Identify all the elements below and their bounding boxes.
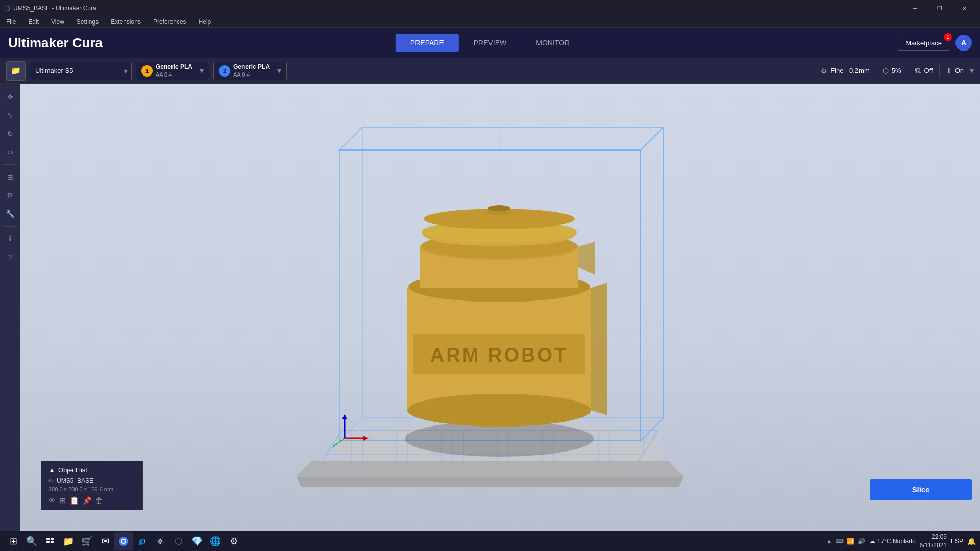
weather-display: ☁ 17°C Nublado <box>869 538 916 545</box>
store-button[interactable]: 🛒 <box>78 532 96 550</box>
cloud-icon: ☁ <box>869 538 875 545</box>
ruby-button[interactable]: 💎 <box>188 532 206 550</box>
obj-delete-button[interactable]: 🗑 <box>95 496 103 505</box>
tab-preview[interactable]: PREVIEW <box>459 34 522 52</box>
menu-edit[interactable]: Edit <box>26 17 41 27</box>
teams-button[interactable]: ⬡ <box>169 532 188 550</box>
edit-icon: ✏ <box>48 477 54 484</box>
printer-select[interactable]: Ultimaker S5 <box>30 62 132 80</box>
adhesion-setting[interactable]: ⬇ On <box>946 67 964 75</box>
per-model-settings-button[interactable]: 🔧 <box>2 206 18 222</box>
svg-point-44 <box>159 542 161 544</box>
tab-prepare[interactable]: PREPARE <box>396 34 459 52</box>
settings-chevron-icon[interactable]: ▾ <box>970 66 974 76</box>
menu-settings[interactable]: Settings <box>75 17 101 27</box>
start-button[interactable]: ⊞ <box>4 532 22 550</box>
restore-button[interactable]: ❐ <box>928 0 951 16</box>
svg-marker-24 <box>578 242 595 275</box>
edge-icon <box>137 537 146 546</box>
user-avatar[interactable]: A <box>955 35 972 51</box>
minimize-button[interactable]: ─ <box>903 0 927 16</box>
volume-icon: 🔊 <box>857 538 865 545</box>
header-right: Marketplace 1 A <box>898 35 972 51</box>
left-toolbar: ✥ ⤡ ↻ ⇔ ⊞ ⚙ 🔧 ℹ ? <box>0 84 20 531</box>
browser2-button[interactable]: 🌐 <box>206 532 225 550</box>
svg-line-33 <box>333 438 345 447</box>
menu-extensions[interactable]: Extensions <box>109 17 143 27</box>
svg-marker-34 <box>342 414 347 419</box>
search-button[interactable]: 🔍 <box>22 532 41 550</box>
task-view-button[interactable] <box>41 532 59 550</box>
mirror-tool-button[interactable]: ⇔ <box>2 144 18 160</box>
svg-marker-17 <box>591 283 607 415</box>
svg-point-30 <box>488 205 510 211</box>
object-list-panel: ▲ Object list ✏ UMS5_BASE 200.0 x 200.0 … <box>41 461 143 510</box>
object-actions: 👁 ⊞ 📋 📌 🗑 <box>48 496 135 505</box>
logo-light: Ultimaker <box>8 35 69 51</box>
chrome-icon <box>118 536 129 546</box>
support-icon: 🏗 <box>914 67 921 75</box>
slice-button[interactable]: Slice <box>870 479 972 500</box>
close-button[interactable]: ✕ <box>952 0 976 16</box>
tab-monitor[interactable]: MONITOR <box>521 34 584 52</box>
support-label: Off <box>924 67 933 74</box>
svg-point-18 <box>407 394 591 427</box>
info-button[interactable]: ℹ <box>2 231 18 247</box>
menu-view[interactable]: View <box>49 17 66 27</box>
obj-visibility-button[interactable]: 👁 <box>48 496 56 505</box>
app-icon: ⬡ <box>4 4 10 12</box>
obj-copy-button[interactable]: 📋 <box>70 496 79 505</box>
svg-marker-6 <box>641 127 664 441</box>
svg-rect-39 <box>51 541 54 543</box>
logo-bold: Cura <box>72 35 103 51</box>
divider-3 <box>939 64 940 78</box>
marketplace-button[interactable]: Marketplace 1 <box>898 36 949 51</box>
titlebar: ⬡ UMS5_BASE - Ultimaker Cura ─ ❐ ✕ <box>0 0 980 16</box>
collapse-icon[interactable]: ▲ <box>48 466 55 474</box>
material-slot-2[interactable]: 2 Generic PLA AA 0.4 ▾ <box>213 62 287 80</box>
move-tool-button[interactable]: ✥ <box>2 89 18 105</box>
settings-tool-button[interactable]: ⚙ <box>2 187 18 204</box>
svg-point-42 <box>122 540 125 543</box>
edge-button[interactable] <box>133 532 151 550</box>
quality-setting[interactable]: ⚙ Fine - 0.2mm <box>821 67 870 75</box>
obj-clone-button[interactable]: ⊞ <box>60 496 66 505</box>
svg-point-28 <box>424 209 575 229</box>
main-area: ✥ ⤡ ↻ ⇔ ⊞ ⚙ 🔧 ℹ ? <box>0 84 980 531</box>
settings-button[interactable]: ⚙ <box>225 532 243 550</box>
rotate-tool-button[interactable]: ↻ <box>2 126 18 142</box>
menu-preferences[interactable]: Preferences <box>151 17 188 27</box>
obj-paste-button[interactable]: 📌 <box>83 496 91 505</box>
material-2-chevron-icon: ▾ <box>277 66 281 76</box>
taskbar: ⊞ 🔍 📁 🛒 ✉ ⬡ 💎 🌐 ⚙ <box>0 531 980 551</box>
material-slot-1[interactable]: 1 Generic PLA AA 0.4 ▾ <box>136 62 209 80</box>
3d-viewport[interactable]: ARM ROBOT <box>20 84 980 531</box>
infill-setting[interactable]: ⬡ 5% <box>883 67 901 75</box>
support-tool-button[interactable]: ⊞ <box>2 169 18 185</box>
task-view-icon <box>46 537 54 545</box>
language-indicator[interactable]: ESP <box>951 538 963 545</box>
svg-text:ARM ROBOT: ARM ROBOT <box>430 344 568 366</box>
marketplace-badge: 1 <box>944 33 952 41</box>
chrome-button[interactable] <box>114 532 133 550</box>
open-folder-button[interactable]: 📁 <box>6 61 26 81</box>
scale-tool-button[interactable]: ⤡ <box>2 107 18 123</box>
file-explorer-button[interactable]: 📁 <box>59 532 78 550</box>
svg-marker-1 <box>322 431 658 461</box>
notifications-icon[interactable]: 🔔 <box>967 537 976 545</box>
support-setting[interactable]: 🏗 Off <box>914 67 933 75</box>
menu-help[interactable]: Help <box>197 17 213 27</box>
slot-1-circle: 1 <box>141 65 153 77</box>
mail-button[interactable]: ✉ <box>96 532 114 550</box>
help-button[interactable]: ? <box>2 249 18 265</box>
toolbar: 📁 Ultimaker S5 ▾ 1 Generic PLA AA 0.4 ▾ … <box>0 58 980 84</box>
steam-button[interactable] <box>151 532 169 550</box>
menu-file[interactable]: File <box>4 17 18 27</box>
svg-point-15 <box>407 394 591 427</box>
svg-line-11 <box>641 418 664 441</box>
svg-rect-19 <box>413 334 585 374</box>
header: Ultimaker Cura PREPARE PREVIEW MONITOR M… <box>0 28 980 58</box>
svg-point-21 <box>408 271 590 302</box>
material-2-info: Generic PLA AA 0.4 <box>233 63 270 79</box>
toolbar-separator-2 <box>3 226 17 227</box>
